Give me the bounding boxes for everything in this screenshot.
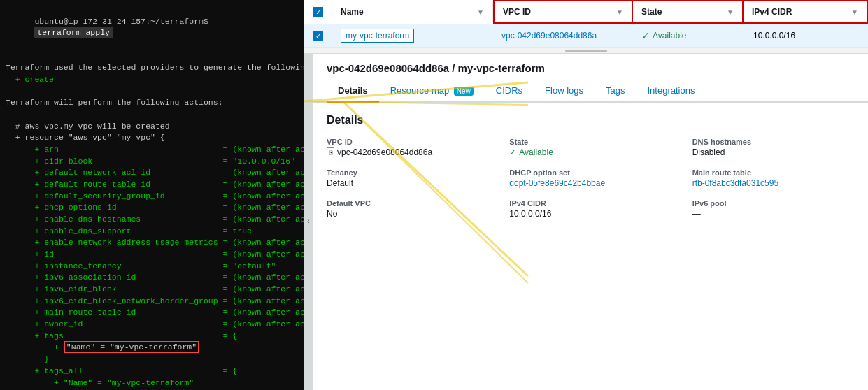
tab-details[interactable]: Details: [327, 80, 379, 103]
tab-flow-logs-label: Flow logs: [545, 85, 583, 96]
tab-resource-map-label: Resource map: [390, 85, 450, 96]
detail-vpc-id: VPC ID ⎘ vpc-042d69e08064dd86a: [327, 138, 488, 157]
td-name: my-vpc-terraform: [332, 25, 493, 46]
detail-dns-hostnames-value: Disabled: [692, 147, 854, 157]
term-line-25: + tags = {: [6, 331, 299, 342]
aws-console-panel: ✓ Name ▼ VPC ID ▼ State ▼ IPv4 CIDR ▼: [304, 0, 868, 390]
select-all-checkbox[interactable]: ✓: [313, 7, 323, 17]
th-vpcid-label: VPC ID: [503, 7, 531, 17]
tab-resource-map[interactable]: Resource map New: [379, 80, 485, 103]
term-line-20: + ipv6_association_id = (known after app…: [6, 272, 299, 284]
detail-ipv4-cidr-value: 10.0.0.0/16: [509, 209, 671, 219]
tab-cidrs-label: CIDRs: [496, 85, 522, 96]
state-available: ✓ Available: [641, 30, 686, 41]
detail-main-route-label: Main route table: [692, 168, 854, 177]
dhcp-link[interactable]: dopt-05fe8e69c42b4bbae: [509, 178, 605, 188]
th-ipv4-sort-icon[interactable]: ▼: [851, 8, 858, 16]
state-check-icon: ✓: [641, 30, 650, 41]
row-checkbox[interactable]: ✓: [313, 31, 323, 41]
tab-details-label: Details: [338, 85, 368, 96]
th-state-label: State: [641, 7, 662, 17]
th-checkbox[interactable]: ✓: [304, 1, 332, 22]
collapse-panel-button[interactable]: ‹: [304, 54, 313, 390]
term-line-14: + dhcp_options_id = (known after apply): [6, 202, 299, 214]
tab-cidrs[interactable]: CIDRs: [485, 80, 534, 103]
details-section-title: Details: [327, 114, 854, 127]
th-name-sort-icon[interactable]: ▼: [477, 8, 484, 16]
th-ipv4: IPv4 CIDR ▼: [742, 0, 868, 24]
vpc-name-value[interactable]: my-vpc-terraform: [341, 29, 414, 43]
detail-tenancy-label: Tenancy: [327, 168, 488, 177]
detail-body: Details VPC ID ⎘ vpc-042d69e08064dd86a: [313, 103, 868, 230]
th-name-label: Name: [341, 7, 364, 17]
term-line-22: + ipv6_cidr_block_network_border_group =…: [6, 296, 299, 308]
detail-main-route-value: rtb-0f8abc3dfa031c595: [692, 178, 854, 188]
td-vpcid[interactable]: vpc-042d69e08064dd86a: [493, 25, 633, 46]
vpc-table-section: ✓ Name ▼ VPC ID ▼ State ▼ IPv4 CIDR ▼: [304, 0, 868, 54]
vpc-tabs: Details Resource map New CIDRs Flow logs…: [313, 80, 868, 103]
detail-ipv6-pool-value: —: [692, 209, 854, 219]
tab-integrations[interactable]: Integrations: [636, 80, 706, 103]
term-line-7: # aws_vpc.my_vpc will be created: [6, 121, 299, 133]
state-check-icon-detail: ✓: [509, 147, 516, 157]
th-state-sort-icon[interactable]: ▼: [727, 8, 734, 16]
term-line-15: + enable_dns_hostnames = (known after ap…: [6, 214, 299, 226]
term-line-26: + "Name" = "my-vpc-terraform": [6, 342, 299, 354]
td-checkbox[interactable]: ✓: [304, 25, 332, 46]
detail-dhcp-label: DHCP option set: [509, 168, 671, 177]
detail-default-vpc-label: Default VPC: [327, 199, 488, 208]
detail-ipv6-pool: IPv6 pool —: [692, 199, 854, 219]
detail-ipv4-cidr-label: IPv4 CIDR: [509, 199, 671, 208]
tab-new-badge: New: [454, 87, 474, 96]
detail-dhcp: DHCP option set dopt-05fe8e69c42b4bbae: [509, 168, 671, 188]
term-line-8: + resource "aws_vpc" "my_vpc" {: [6, 132, 299, 144]
term-line-28: + tags_all = {: [6, 366, 299, 377]
term-line-17: + enable_network_address_usage_metrics =…: [6, 237, 299, 249]
detail-default-vpc: Default VPC No: [327, 199, 488, 219]
detail-vpc-id-label: VPC ID: [327, 138, 488, 146]
tags-name-highlight: "Name" = "my-vpc-terraform": [64, 341, 199, 353]
details-grid: VPC ID ⎘ vpc-042d69e08064dd86a State ✓: [327, 138, 854, 219]
tab-flow-logs[interactable]: Flow logs: [534, 80, 595, 103]
detail-main-route: Main route table rtb-0f8abc3dfa031c595: [692, 168, 854, 188]
term-line-6: [6, 109, 299, 121]
detail-tenancy: Tenancy Default: [327, 168, 488, 188]
th-name: Name ▼: [332, 1, 493, 22]
term-line-16: + enable_dns_support = true: [6, 226, 299, 238]
term-line-2: Terraform used the selected providers to…: [6, 62, 299, 74]
vpc-detail-panel: vpc-042d69e08064dd86a / my-vpc-terraform…: [313, 54, 868, 390]
term-line-9: + arn = (known after apply): [6, 144, 299, 156]
main-route-link[interactable]: rtb-0f8abc3dfa031c595: [692, 178, 778, 188]
detail-dhcp-value: dopt-05fe8e69c42b4bbae: [509, 178, 671, 188]
th-ipv4-label: IPv4 CIDR: [752, 7, 792, 17]
detail-ipv6-pool-label: IPv6 pool: [692, 199, 854, 208]
term-line-19: + instance_tenancy = "default": [6, 261, 299, 273]
th-vpcid-sort-icon[interactable]: ▼: [616, 8, 623, 16]
horizontal-scrollbar[interactable]: [304, 48, 868, 53]
terminal-panel: ubuntu@ip-172-31-24-157:~/terraform$ ter…: [0, 0, 304, 390]
detail-tenancy-value: Default: [327, 178, 488, 188]
detail-vpc-id-value: ⎘ vpc-042d69e08064dd86a: [327, 147, 488, 157]
term-line-24: + owner_id = (known after apply): [6, 319, 299, 331]
term-line-11: + default_network_acl_id = (known after …: [6, 167, 299, 179]
tab-tags[interactable]: Tags: [595, 80, 636, 103]
term-line-13: + default_security_group_id = (known aft…: [6, 191, 299, 203]
scrollbar-thumb: [565, 50, 607, 52]
term-line-5: Terraform will perform the following act…: [6, 97, 299, 109]
term-line-23: + main_route_table_id = (known after app…: [6, 307, 299, 319]
app-container: ubuntu@ip-172-31-24-157:~/terraform$ ter…: [0, 0, 868, 390]
detail-default-vpc-value: No: [327, 209, 488, 219]
th-state: State ▼: [632, 0, 744, 24]
state-value: Available: [653, 31, 686, 41]
vpc-id-text: vpc-042d69e08064dd86a: [337, 147, 432, 157]
td-state: ✓ Available: [633, 24, 745, 47]
state-text: Available: [519, 147, 553, 157]
detail-ipv4-cidr: IPv4 CIDR 10.0.0.0/16: [509, 199, 671, 219]
tab-tags-label: Tags: [606, 85, 625, 96]
td-ipv4: 10.0.0.0/16: [745, 25, 868, 46]
detail-section-wrapper: ‹ vpc-042d69e08064dd86a / my-vpc-terrafo…: [304, 54, 868, 390]
copy-vpc-id-icon[interactable]: ⎘: [327, 147, 334, 157]
vpc-detail-title: vpc-042d69e08064dd86a / my-vpc-terraform: [313, 54, 868, 74]
detail-dns-hostnames-label: DNS hostnames: [692, 138, 854, 146]
table-row[interactable]: ✓ my-vpc-terraform vpc-042d69e08064dd86a…: [304, 24, 868, 48]
